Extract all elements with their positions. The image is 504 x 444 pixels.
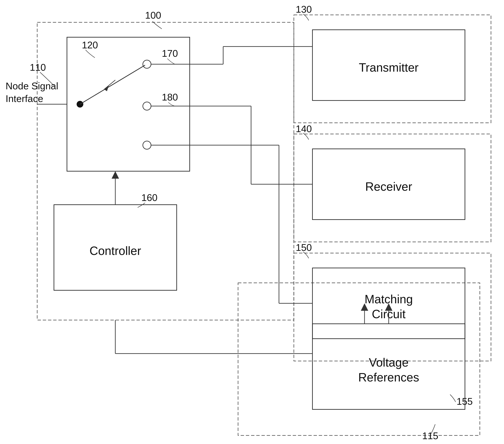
label-160: 160 (141, 192, 158, 203)
voltage-references-label-1: Voltage (369, 356, 409, 369)
label-115: 115 (422, 430, 438, 441)
controller-label: Controller (90, 244, 141, 258)
switch-output-mid (143, 102, 151, 110)
label-150: 150 (296, 242, 312, 253)
switch-line (80, 65, 145, 104)
label-120: 120 (82, 40, 98, 50)
label-110: 110 (30, 62, 46, 73)
voltage-references-label-2: References (358, 371, 419, 384)
label-170: 170 (162, 48, 178, 59)
switch-output-bot (143, 141, 151, 149)
diagram-container: 100 115 130 140 150 Transmitter Receiver… (0, 0, 504, 444)
arrow-controller-to-switch-head (112, 171, 119, 179)
svg-line-0 (104, 80, 115, 89)
dashed-box-150 (294, 253, 491, 361)
label-130: 130 (296, 4, 312, 15)
label-140: 140 (296, 123, 312, 134)
transmitter-label: Transmitter (359, 61, 418, 74)
label-155: 155 (457, 396, 473, 407)
switch-output-top (143, 60, 151, 68)
label-100: 100 (145, 10, 161, 21)
receiver-label: Receiver (365, 180, 412, 193)
label-180: 180 (162, 92, 178, 103)
node-signal-interface-label-2: Interface (6, 93, 43, 104)
outer-dashed-box-115 (238, 283, 480, 435)
